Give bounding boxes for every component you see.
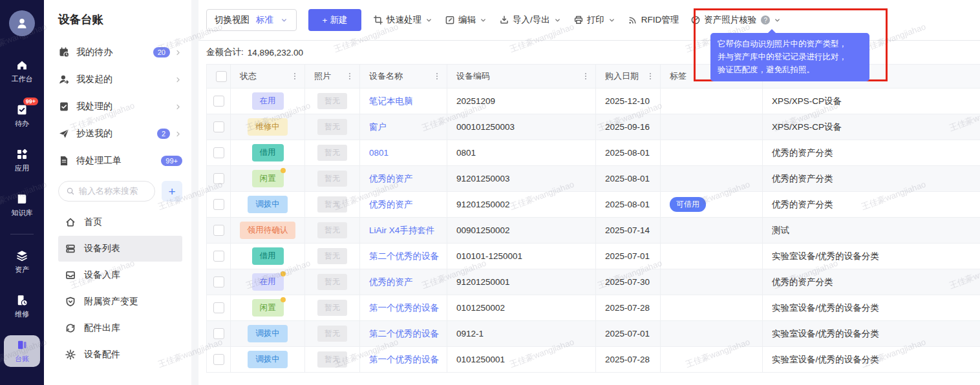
photo-cell: 暂无	[305, 218, 360, 244]
device-code-cell: 0801	[447, 140, 596, 166]
panel-resizer[interactable]	[191, 0, 198, 385]
select-all-checkbox[interactable]	[216, 71, 227, 82]
action-quick-process[interactable]: 快速处理	[373, 14, 433, 26]
processed-icon	[58, 101, 70, 112]
device-name-cell: 笔记本电脑	[360, 88, 447, 114]
search-input[interactable]: 输入名称来搜索	[58, 181, 155, 202]
rail-item-apps[interactable]: 应用	[4, 145, 40, 176]
device-name-link[interactable]: 0801	[369, 148, 389, 158]
device-name-link[interactable]: 第二个优秀的设备	[369, 329, 439, 338]
device-name-link[interactable]: 第一个优秀的设备	[369, 355, 439, 364]
sidebar-item-device-parts[interactable]: 设备配件	[58, 342, 182, 368]
action-edit[interactable]: 编辑	[445, 14, 487, 26]
sidebar-item-home[interactable]: 首页	[58, 209, 182, 235]
row-checkbox[interactable]	[213, 328, 224, 339]
purchase-date-cell: 2025-09-16	[596, 114, 661, 140]
row-checkbox[interactable]	[213, 302, 224, 313]
sidebar-item-device-inbound[interactable]: 设备入库	[58, 262, 182, 288]
row-checkbox[interactable]	[213, 96, 224, 107]
photo-cell: 暂无	[305, 114, 360, 140]
view-switcher[interactable]: 切换视图 标准	[206, 9, 297, 31]
status-cell: 闲置	[231, 295, 305, 321]
row-checkbox[interactable]	[213, 276, 224, 287]
row-checkbox[interactable]	[213, 354, 224, 365]
tooltip-arrow	[767, 29, 776, 34]
rfid-icon	[628, 15, 638, 25]
photo-cell: 暂无	[305, 88, 360, 114]
device-name-link[interactable]: 优秀的资产	[369, 174, 413, 183]
device-name-link[interactable]: 第一个优秀的设备	[369, 303, 439, 313]
help-icon[interactable]: ?	[761, 16, 770, 25]
divider	[10, 234, 34, 234]
tag-cell	[661, 88, 763, 114]
rail-item-todo[interactable]: 99+待办	[4, 100, 40, 132]
avatar[interactable]	[9, 10, 35, 36]
device-name-link[interactable]: 第二个优秀的设备	[369, 251, 439, 261]
device-name-link[interactable]: 优秀的资产	[369, 277, 413, 287]
new-button[interactable]: + 新建	[308, 9, 361, 31]
action-print[interactable]: 打印	[573, 14, 616, 26]
row-checkbox[interactable]	[213, 121, 224, 132]
chevron-down-icon	[280, 16, 288, 25]
user-icon	[15, 16, 29, 30]
rail-item-workbench[interactable]: 工作台	[4, 56, 40, 87]
chevron-down-icon	[479, 16, 487, 25]
quick-process-icon	[373, 15, 383, 25]
my-todo-icon	[58, 47, 70, 58]
device-code-cell: 00901250002	[447, 218, 596, 244]
device-name-link[interactable]: LiAir X4手持套件	[369, 225, 434, 235]
row-checkbox[interactable]	[213, 225, 224, 236]
sidebar-item-parts-outbound[interactable]: 配件出库	[58, 315, 182, 341]
parts-outbound-icon	[65, 322, 76, 334]
table-row: 调拨中暂无第二个优秀的设备0912-12025-07-01实验室设备/优秀的设备…	[207, 321, 980, 347]
device-code-cell: 0101250001	[447, 347, 596, 373]
quick-filter-item[interactable]: 我处理的	[58, 93, 182, 120]
row-checkbox[interactable]	[213, 251, 224, 262]
knowledge-icon: AI	[16, 192, 28, 205]
count-badge: 99+	[161, 156, 182, 166]
rail-item-assets[interactable]: 资产	[4, 246, 40, 278]
row-checkbox[interactable]	[213, 173, 224, 184]
quick-filter-item[interactable]: 我的待办20	[58, 39, 182, 66]
device-name-cell: 第二个优秀的设备	[360, 244, 447, 269]
row-checkbox-cell	[207, 192, 231, 218]
quick-filter-item[interactable]: 抄送我的2	[58, 120, 182, 147]
row-checkbox[interactable]	[213, 147, 224, 158]
amount-summary-label: 金额合计:	[206, 47, 244, 58]
chevron-down-icon	[425, 16, 433, 25]
add-button[interactable]: +	[162, 181, 182, 202]
device-name-link[interactable]: 笔记本电脑	[369, 96, 413, 106]
quick-filter-item[interactable]: 我发起的	[58, 66, 182, 93]
rail-item-knowledge[interactable]: AI知识库	[4, 189, 40, 221]
quick-filter-label: 我处理的	[76, 101, 170, 112]
quick-filter-item[interactable]: 待处理工单99+	[58, 147, 182, 174]
sidebar-item-device-list[interactable]: 设备列表	[58, 236, 182, 262]
rail-item-ledger[interactable]: 台账	[4, 335, 40, 367]
status-badge: 闲置	[252, 299, 284, 317]
rail-nav: 工作台99+待办应用AI知识库资产维修台账	[0, 56, 44, 380]
action-label: 快速处理	[387, 14, 421, 26]
attached-asset-icon	[65, 296, 76, 307]
purchase-date-cell: 2025-07-01	[596, 244, 661, 269]
action-rfid[interactable]: RFID管理	[628, 14, 679, 26]
photo-placeholder: 暂无	[317, 93, 347, 109]
row-checkbox-cell	[207, 347, 231, 373]
purchase-date-cell: 2025-07-28	[596, 347, 661, 373]
quick-filter-list: 我的待办20我发起的我处理的抄送我的2待处理工单99+	[58, 39, 182, 174]
action-import-export[interactable]: 导入/导出	[499, 14, 562, 26]
photo-cell: 暂无	[305, 244, 360, 269]
secondary-sidebar: 设备台账 我的待办20我发起的我处理的抄送我的2待处理工单99+ 输入名称来搜索…	[44, 0, 191, 385]
table-row: 闲置暂无第一个优秀的设备01012500022025-07-28实验室设备/优秀…	[207, 295, 980, 321]
chevron-right-icon	[174, 76, 182, 84]
chevron-down-icon	[553, 16, 562, 25]
status-dot	[281, 168, 286, 173]
device-name-link[interactable]: 优秀的资产	[369, 200, 413, 209]
table-row: 闲置暂无优秀的资产912012500032025-08-01优秀的资产分类	[207, 166, 980, 192]
rail-item-repair[interactable]: 维修	[4, 291, 40, 322]
action-photo-verify[interactable]: 资产照片核验?	[690, 14, 782, 26]
category-cell: 实验室设备/优秀的设备分类	[763, 321, 980, 347]
row-checkbox[interactable]	[213, 199, 224, 210]
device-name-link[interactable]: 窗户	[369, 122, 387, 132]
kebab-menu-icon	[581, 72, 590, 81]
sidebar-item-attached-asset[interactable]: 附属资产变更	[58, 289, 182, 315]
